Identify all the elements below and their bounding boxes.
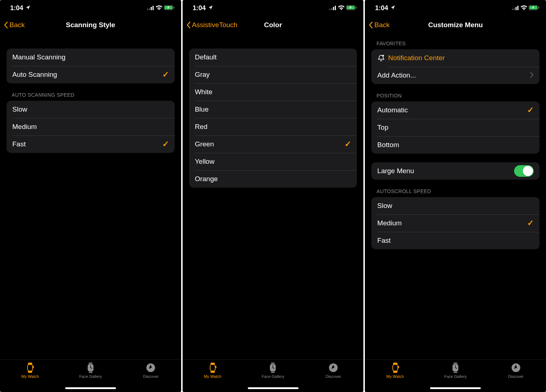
tab-label: Discover xyxy=(143,374,159,379)
row-label: Notification Center xyxy=(388,54,534,62)
svg-rect-15 xyxy=(329,9,330,10)
row-label: Orange xyxy=(195,175,351,183)
svg-rect-24 xyxy=(210,364,215,371)
row-label: Fast xyxy=(12,140,162,148)
row-autoscroll-fast[interactable]: Fast xyxy=(371,232,539,249)
nav-bar: Back Customize Menu xyxy=(365,16,546,34)
svg-rect-12 xyxy=(89,372,92,373)
svg-rect-33 xyxy=(517,6,518,10)
row-label: Large Menu xyxy=(377,167,514,175)
watch-icon xyxy=(26,363,34,373)
row-medium[interactable]: Medium xyxy=(7,118,175,135)
page-title: Customize Menu xyxy=(365,21,546,29)
row-position-automatic[interactable]: Automatic ✓ xyxy=(371,101,539,119)
row-label: Red xyxy=(195,123,351,131)
location-icon xyxy=(390,4,395,12)
row-autoscroll-medium[interactable]: Medium ✓ xyxy=(371,214,539,232)
checkmark-icon: ✓ xyxy=(162,139,169,149)
svg-rect-41 xyxy=(398,366,399,368)
tab-label: Discover xyxy=(326,374,341,379)
tab-label: My Watch xyxy=(21,374,39,379)
row-color-green[interactable]: Green✓ xyxy=(189,135,357,153)
svg-rect-8 xyxy=(28,371,32,372)
row-label: Yellow xyxy=(195,158,351,166)
svg-rect-43 xyxy=(454,372,457,373)
face-gallery-icon xyxy=(451,363,459,373)
home-indicator[interactable] xyxy=(65,387,116,389)
row-color-blue[interactable]: Blue xyxy=(189,101,357,118)
battery-icon xyxy=(529,4,539,12)
signal-icon xyxy=(147,4,154,12)
svg-rect-18 xyxy=(335,6,336,10)
row-notification-center[interactable]: Notification Center xyxy=(371,49,539,67)
svg-rect-32 xyxy=(516,7,517,10)
row-slow[interactable]: Slow xyxy=(7,101,175,118)
svg-rect-31 xyxy=(514,8,515,10)
tab-face-gallery[interactable]: Face Gallery xyxy=(437,363,474,379)
row-label: Slow xyxy=(377,202,534,210)
svg-rect-3 xyxy=(153,6,154,10)
location-icon xyxy=(208,4,213,12)
row-color-gray[interactable]: Gray xyxy=(189,66,357,83)
row-autoscroll-slow[interactable]: Slow xyxy=(371,197,539,214)
svg-rect-0 xyxy=(147,9,148,10)
tab-my-watch[interactable]: My Watch xyxy=(12,363,48,379)
status-time: 1:04 xyxy=(375,4,388,12)
status-bar: 1:04 xyxy=(0,0,181,16)
svg-rect-17 xyxy=(333,7,334,10)
back-button[interactable]: AssistiveTouch xyxy=(186,21,238,29)
back-button[interactable]: Back xyxy=(368,21,389,29)
tab-my-watch[interactable]: My Watch xyxy=(195,363,231,379)
svg-rect-22 xyxy=(211,363,214,364)
screen-customize-menu: 1:04 Back Customize Menu FAVORITES xyxy=(365,0,546,392)
row-manual-scanning[interactable]: Manual Scanning xyxy=(7,49,175,66)
signal-icon xyxy=(512,4,519,12)
row-color-red[interactable]: Red xyxy=(189,118,357,135)
large-menu-group: Large Menu xyxy=(371,162,539,180)
checkmark-icon: ✓ xyxy=(162,70,169,79)
wifi-icon xyxy=(521,4,527,12)
position-group: Automatic ✓ Top Bottom xyxy=(371,101,539,154)
autoscroll-group: Slow Medium ✓ Fast xyxy=(371,197,539,249)
tab-face-gallery[interactable]: Face Gallery xyxy=(72,363,109,379)
svg-rect-7 xyxy=(28,363,32,364)
svg-rect-9 xyxy=(28,364,33,371)
row-color-white[interactable]: White xyxy=(189,83,357,101)
home-indicator[interactable] xyxy=(248,387,299,389)
tab-label: Face Gallery xyxy=(444,374,467,379)
section-header-position: POSITION xyxy=(371,84,539,101)
face-gallery-icon xyxy=(87,363,95,373)
chevron-right-icon xyxy=(530,71,534,79)
discover-icon xyxy=(511,363,521,373)
checkmark-icon: ✓ xyxy=(345,139,351,149)
row-add-action[interactable]: Add Action... xyxy=(371,67,539,84)
tab-discover[interactable]: Discover xyxy=(498,363,534,379)
svg-rect-42 xyxy=(454,363,457,364)
row-large-menu[interactable]: Large Menu xyxy=(371,162,539,180)
section-header-favorites: FAVORITES xyxy=(371,34,539,49)
tab-my-watch[interactable]: My Watch xyxy=(377,363,413,379)
back-label: Back xyxy=(9,21,25,29)
svg-rect-25 xyxy=(216,366,216,368)
back-label: AssistiveTouch xyxy=(192,21,238,29)
svg-rect-1 xyxy=(149,8,150,10)
svg-rect-20 xyxy=(356,7,357,9)
tab-discover[interactable]: Discover xyxy=(133,363,169,379)
screen-color: 1:04 AssistiveTouch Color Default G xyxy=(183,0,364,392)
row-fast[interactable]: Fast ✓ xyxy=(7,135,175,153)
svg-rect-11 xyxy=(89,363,92,364)
row-position-top[interactable]: Top xyxy=(371,119,539,136)
large-menu-toggle[interactable] xyxy=(514,165,534,177)
row-position-bottom[interactable]: Bottom xyxy=(371,136,539,154)
tab-discover[interactable]: Discover xyxy=(315,363,351,379)
back-button[interactable]: Back xyxy=(4,21,25,29)
row-label: Top xyxy=(377,124,534,132)
row-color-orange[interactable]: Orange xyxy=(189,170,357,188)
status-bar: 1:04 xyxy=(183,0,364,16)
home-indicator[interactable] xyxy=(430,387,481,389)
tab-face-gallery[interactable]: Face Gallery xyxy=(255,363,291,379)
row-color-default[interactable]: Default xyxy=(189,49,357,66)
row-label: Add Action... xyxy=(377,71,530,79)
row-color-yellow[interactable]: Yellow xyxy=(189,153,357,170)
row-auto-scanning[interactable]: Auto Scanning ✓ xyxy=(7,66,175,83)
